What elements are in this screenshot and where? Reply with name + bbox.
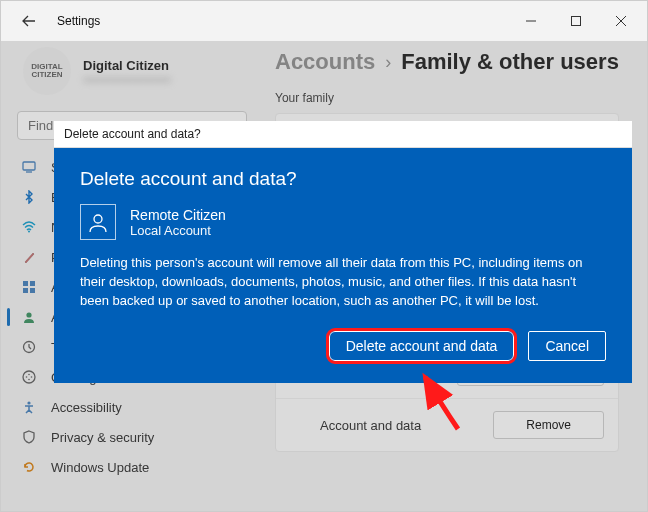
sidebar-item-update[interactable]: Windows Update: [7, 452, 257, 482]
chevron-right-icon: ›: [385, 52, 391, 73]
dialog-user-name: Remote Citizen: [130, 207, 226, 223]
svg-rect-2: [23, 162, 35, 170]
apps-icon: [21, 279, 37, 295]
update-icon: [21, 459, 37, 475]
person-outline-icon: [80, 204, 116, 240]
svg-point-12: [28, 374, 30, 376]
sidebar-item-accessibility[interactable]: Accessibility: [7, 392, 257, 422]
person-icon: [21, 309, 37, 325]
arrow-left-icon: [22, 14, 36, 28]
close-button[interactable]: [598, 6, 643, 36]
svg-rect-6: [30, 281, 35, 286]
svg-point-16: [27, 401, 30, 404]
account-data-label: Account and data: [290, 418, 493, 433]
delete-account-confirm-button[interactable]: Delete account and data: [329, 331, 515, 361]
svg-point-9: [26, 312, 31, 317]
shield-icon: [21, 429, 37, 445]
svg-point-14: [26, 376, 28, 378]
svg-point-11: [23, 371, 35, 383]
dialog-window-title: Delete account and data?: [54, 121, 632, 148]
user-email: xxxxxxxxxxxxxxxx: [83, 73, 171, 85]
delete-account-dialog: Delete account and data? Delete account …: [54, 121, 632, 383]
dialog-user-type: Local Account: [130, 223, 226, 238]
back-button[interactable]: [15, 7, 43, 35]
dialog-body-text: Deleting this person's account will remo…: [80, 254, 606, 311]
gaming-icon: [21, 369, 37, 385]
svg-rect-1: [571, 17, 580, 26]
window-titlebar: Settings: [1, 1, 647, 41]
cancel-button[interactable]: Cancel: [528, 331, 606, 361]
svg-point-13: [28, 379, 30, 381]
section-your-family: Your family: [275, 91, 619, 105]
sidebar-item-privacy[interactable]: Privacy & security: [7, 422, 257, 452]
breadcrumb: Accounts › Family & other users: [275, 41, 619, 81]
user-display-name: Digital Citizen: [83, 58, 171, 73]
bluetooth-icon: [21, 189, 37, 205]
breadcrumb-current: Family & other users: [401, 49, 619, 75]
svg-rect-8: [30, 288, 35, 293]
remove-button[interactable]: Remove: [493, 411, 604, 439]
brush-icon: [21, 249, 37, 265]
svg-rect-7: [23, 288, 28, 293]
svg-rect-5: [23, 281, 28, 286]
system-icon: [21, 159, 37, 175]
breadcrumb-parent[interactable]: Accounts: [275, 49, 375, 75]
user-block[interactable]: DIGITAL CITIZEN Digital Citizen xxxxxxxx…: [1, 45, 263, 103]
svg-point-17: [94, 215, 102, 223]
dialog-title: Delete account and data?: [80, 168, 606, 190]
sidebar-item-label: Accessibility: [51, 400, 122, 415]
sidebar-item-label: Privacy & security: [51, 430, 154, 445]
minimize-button[interactable]: [508, 6, 553, 36]
clock-icon: [21, 339, 37, 355]
wifi-icon: [21, 219, 37, 235]
svg-point-4: [28, 231, 30, 233]
maximize-button[interactable]: [553, 6, 598, 36]
app-title: Settings: [57, 14, 100, 28]
sidebar-item-label: Windows Update: [51, 460, 149, 475]
svg-point-15: [31, 376, 33, 378]
avatar: DIGITAL CITIZEN: [23, 47, 71, 95]
accessibility-icon: [21, 399, 37, 415]
